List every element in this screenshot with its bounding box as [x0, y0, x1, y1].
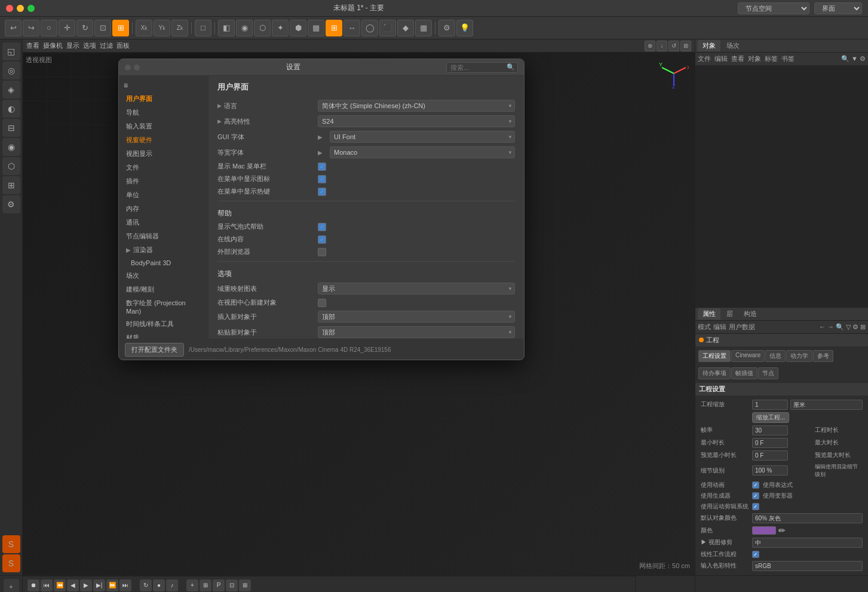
use-anim-checkbox[interactable]: ✓: [752, 481, 759, 489]
settings-item-memory[interactable]: 内存: [119, 202, 208, 216]
project-tab-info[interactable]: 信息: [765, 350, 786, 362]
open-config-folder-button[interactable]: 打开配置文件夹: [125, 343, 184, 357]
hotkeys-menu-checkbox[interactable]: ✓: [318, 188, 326, 196]
mac-menubar-checkbox[interactable]: ✓: [318, 162, 326, 171]
settings-item-viewdisplay[interactable]: 视图显示: [119, 147, 208, 161]
interface-dropdown[interactable]: 界面: [814, 2, 862, 14]
timeline-btn5[interactable]: ⊞: [239, 579, 251, 591]
paste-new-select[interactable]: 顶部: [318, 326, 515, 338]
gui-font-select[interactable]: UI Font: [330, 131, 515, 143]
color-picker-icon[interactable]: ✏: [778, 526, 786, 535]
left-icon-render[interactable]: ◉: [2, 138, 20, 156]
scale-button[interactable]: ⊡: [94, 20, 111, 36]
arrow-h-button[interactable]: ↔: [343, 20, 360, 36]
project-tab-cineware[interactable]: Cineware: [731, 350, 765, 362]
project-tab-node[interactable]: 节点: [758, 367, 778, 379]
new-obj-center-checkbox[interactable]: [318, 299, 326, 307]
tab-structure[interactable]: 构造: [739, 308, 762, 320]
rp-menu-view[interactable]: 查看: [731, 54, 744, 63]
timeline-btn3[interactable]: P: [213, 579, 225, 591]
play-end-btn[interactable]: ⏭: [119, 579, 131, 591]
minimize-button[interactable]: [17, 5, 24, 12]
project-section-header[interactable]: 工程: [695, 334, 868, 346]
view-menu-options[interactable]: 选项: [83, 41, 96, 50]
rotate-button[interactable]: ↻: [76, 20, 93, 36]
light-icon-btn[interactable]: ✦: [272, 20, 289, 36]
rp-menu-bookmark[interactable]: 书签: [781, 54, 795, 63]
color-swatch[interactable]: [752, 526, 776, 535]
prop-detail-input[interactable]: [752, 465, 788, 476]
prop-forward-icon[interactable]: →: [827, 323, 834, 331]
left-icon-rigging[interactable]: ⊞: [2, 176, 20, 194]
view-menu-look[interactable]: 查看: [26, 41, 39, 50]
prop-minlen-input[interactable]: [752, 438, 788, 448]
filter-icon-rp[interactable]: ▼: [851, 55, 858, 63]
left-icon-s2[interactable]: S: [2, 554, 20, 572]
settings-item-material[interactable]: 材质: [119, 331, 208, 339]
left-icon-sculpt[interactable]: ◈: [2, 81, 20, 99]
timeline-btn4[interactable]: ⊡: [226, 579, 238, 591]
settings-item-file[interactable]: 文件: [119, 161, 208, 174]
circle-button[interactable]: ◯: [361, 20, 378, 36]
settings-item-renderer[interactable]: ▶渲染器: [119, 243, 208, 257]
array-button[interactable]: ⬢: [290, 20, 306, 36]
view-icon-2[interactable]: ↓: [657, 41, 667, 51]
highlight-select[interactable]: S24: [318, 115, 515, 127]
play-begin-btn[interactable]: ⏮: [41, 579, 53, 591]
project-tab-frame-interp[interactable]: 帧插值: [731, 367, 757, 379]
play-prev-btn[interactable]: ⏪: [54, 579, 66, 591]
light-bulb-button[interactable]: 💡: [456, 20, 473, 36]
play-next-frame-btn[interactable]: ▶|: [93, 579, 105, 591]
tab-attr[interactable]: 属性: [698, 308, 720, 320]
settings-item-comm[interactable]: 通讯: [119, 216, 208, 229]
mono-font-select[interactable]: Monaco: [330, 146, 515, 158]
maximize-button[interactable]: [27, 5, 35, 12]
project-tab-dynamics[interactable]: 动力学: [786, 350, 812, 362]
prop-expand-icon[interactable]: ⊞: [860, 323, 866, 331]
prop-menu-edit[interactable]: 编辑: [713, 323, 726, 332]
prop-scale-input[interactable]: [752, 400, 788, 410]
tab-takes[interactable]: 场次: [722, 40, 744, 51]
rp-menu-file[interactable]: 文件: [698, 54, 711, 63]
x-axis-button[interactable]: Xk: [136, 20, 152, 36]
settings-item-node-editor[interactable]: 节点编辑器: [119, 229, 208, 243]
default-color-select[interactable]: 60% 灰色: [752, 513, 863, 523]
settings-item-plugin[interactable]: 插件: [119, 174, 208, 188]
z-axis-button[interactable]: Zk: [171, 20, 188, 36]
search-icon-rp[interactable]: 🔍: [841, 55, 849, 63]
prop-search-icon[interactable]: 🔍: [836, 323, 844, 331]
tab-layer[interactable]: 层: [722, 308, 738, 320]
online-checkbox[interactable]: ✓: [318, 235, 326, 244]
bottom-left-icon-1[interactable]: +: [4, 579, 19, 592]
node-space-dropdown[interactable]: 节点空间: [738, 2, 809, 14]
settings-item-unit[interactable]: 单位: [119, 188, 208, 202]
project-tab-ref[interactable]: 参考: [813, 350, 833, 362]
view-icon-3[interactable]: ↺: [668, 41, 679, 51]
settings-item-modeling[interactable]: 建模/雕刻: [119, 283, 208, 296]
project-tab-todo[interactable]: 待办事项: [698, 367, 731, 379]
prop-settings-icon[interactable]: ⚙: [852, 323, 858, 331]
settings-item-nav[interactable]: 导航: [119, 106, 208, 119]
play-next-btn[interactable]: ⏩: [106, 579, 118, 591]
view-menu-panel[interactable]: 面板: [116, 41, 130, 50]
grid2-button[interactable]: ▦: [415, 20, 432, 36]
settings-item-timeline[interactable]: 时间线/样条工具: [119, 317, 208, 331]
dialog-close[interactable]: [125, 65, 131, 70]
sphere-button[interactable]: ◉: [236, 20, 253, 36]
tab-object[interactable]: 对象: [698, 40, 720, 51]
transform-button[interactable]: ⊞: [112, 20, 129, 36]
icons-menu-checkbox[interactable]: ✓: [318, 175, 326, 183]
prop-scale-unit-select[interactable]: 厘米: [790, 400, 863, 410]
rp-menu-edit[interactable]: 编辑: [714, 54, 728, 63]
viewport[interactable]: 透视视图 X Y Z 网格间距：50 cm: [23, 53, 695, 575]
redo-button[interactable]: ↪: [23, 20, 39, 36]
open-scale-button[interactable]: 缩放工程...: [752, 412, 789, 423]
colorimetry-select[interactable]: sRGB: [752, 561, 863, 571]
left-icon-hair[interactable]: ⊟: [2, 119, 20, 137]
browser-checkbox[interactable]: [318, 248, 326, 256]
view-menu-display[interactable]: 显示: [66, 41, 79, 50]
linear-workflow-checkbox[interactable]: ✓: [752, 551, 759, 558]
play-prev-frame-btn[interactable]: ◀: [67, 579, 79, 591]
rp-menu-tag[interactable]: 标签: [765, 54, 778, 63]
settings-item-viewport[interactable]: 视窗硬件: [119, 133, 208, 147]
